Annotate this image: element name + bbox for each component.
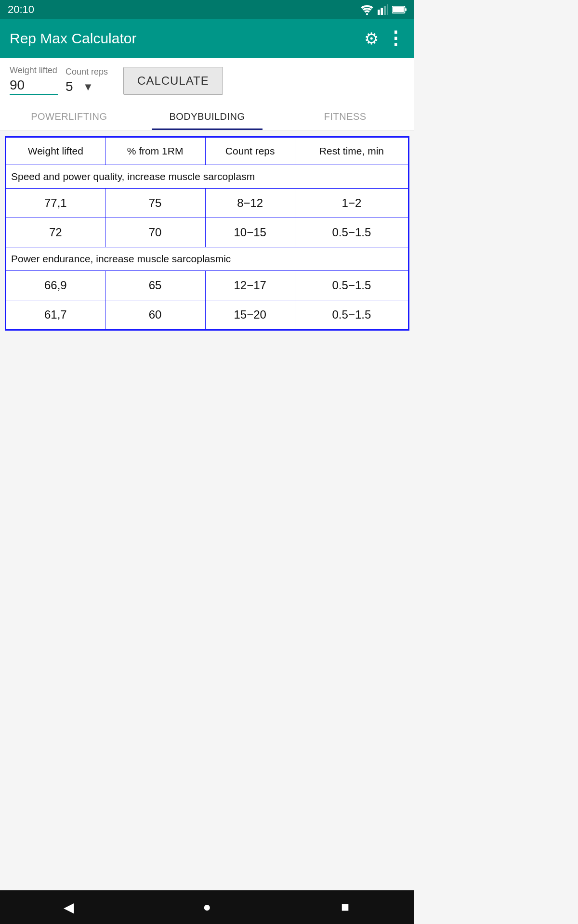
reps-select[interactable]: 1234 5678 9101215 [66, 79, 81, 95]
svg-rect-3 [384, 6, 386, 15]
cell-reps: 12−17 [205, 271, 295, 300]
section-row-1: Speed and power quality, increase muscle… [6, 165, 408, 189]
results-table-container: Weight lifted % from 1RM Count reps Rest… [5, 136, 409, 331]
battery-icon [392, 5, 407, 14]
nav-bar: ◀ ● ■ [0, 890, 414, 924]
wifi-icon [360, 4, 374, 15]
reps-label: Count reps [66, 67, 108, 77]
input-area: Weight lifted Count reps 1234 5678 91012… [0, 58, 414, 101]
status-icons [360, 4, 407, 15]
cell-rest: 0.5−1.5 [295, 218, 408, 247]
weight-group: Weight lifted [10, 65, 58, 95]
tab-fitness[interactable]: FITNESS [276, 101, 414, 130]
tab-bodybuilding[interactable]: BODYBUILDING [138, 101, 276, 130]
cell-reps: 8−12 [205, 189, 295, 218]
cell-weight: 77,1 [6, 189, 105, 218]
app-bar: Rep Max Calculator ⚙ ⋮ [0, 19, 414, 58]
col-header-reps: Count reps [205, 138, 295, 165]
cell-rest: 1−2 [295, 189, 408, 218]
table-header-row: Weight lifted % from 1RM Count reps Rest… [6, 138, 408, 165]
calculate-button[interactable]: CALCULATE [123, 67, 223, 95]
table-row: 77,1 75 8−12 1−2 [6, 189, 408, 218]
cell-percent: 75 [105, 189, 205, 218]
status-bar: 20:10 [0, 0, 414, 19]
cell-percent: 70 [105, 218, 205, 247]
more-icon[interactable]: ⋮ [386, 28, 405, 49]
cell-weight: 66,9 [6, 271, 105, 300]
col-header-percent: % from 1RM [105, 138, 205, 165]
back-button[interactable]: ◀ [54, 893, 83, 922]
cell-weight: 61,7 [6, 300, 105, 330]
weight-label: Weight lifted [10, 65, 58, 76]
dropdown-arrow-icon: ▼ [83, 81, 93, 93]
app-bar-actions: ⚙ ⋮ [364, 28, 405, 49]
status-time: 20:10 [8, 3, 34, 16]
section-row-2: Power endurance, increase muscle sarcopl… [6, 247, 408, 271]
app-title: Rep Max Calculator [10, 30, 136, 47]
svg-rect-7 [393, 7, 404, 13]
weight-input[interactable] [10, 77, 58, 95]
cell-reps: 15−20 [205, 300, 295, 330]
svg-rect-2 [381, 8, 383, 15]
signal-icon [378, 4, 388, 15]
col-header-rest: Rest time, min [295, 138, 408, 165]
svg-rect-6 [405, 8, 407, 11]
tabs: POWERLIFTING BODYBUILDING FITNESS [0, 101, 414, 130]
section-title-1: Speed and power quality, increase muscle… [6, 165, 408, 189]
tab-powerlifting[interactable]: POWERLIFTING [0, 101, 138, 130]
settings-icon[interactable]: ⚙ [364, 29, 379, 48]
section-title-2: Power endurance, increase muscle sarcopl… [6, 247, 408, 271]
recents-button[interactable]: ■ [331, 893, 360, 922]
home-button[interactable]: ● [193, 893, 222, 922]
cell-weight: 72 [6, 218, 105, 247]
results-table: Weight lifted % from 1RM Count reps Rest… [6, 137, 408, 330]
reps-group: Count reps 1234 5678 9101215 ▼ [66, 67, 108, 95]
svg-rect-4 [387, 4, 388, 15]
svg-point-0 [366, 13, 368, 15]
table-row: 72 70 10−15 0.5−1.5 [6, 218, 408, 247]
cell-rest: 0.5−1.5 [295, 300, 408, 330]
cell-percent: 60 [105, 300, 205, 330]
svg-rect-1 [378, 10, 380, 15]
cell-rest: 0.5−1.5 [295, 271, 408, 300]
cell-percent: 65 [105, 271, 205, 300]
col-header-weight: Weight lifted [6, 138, 105, 165]
table-row: 61,7 60 15−20 0.5−1.5 [6, 300, 408, 330]
reps-container: 1234 5678 9101215 ▼ [66, 79, 108, 95]
table-row: 66,9 65 12−17 0.5−1.5 [6, 271, 408, 300]
cell-reps: 10−15 [205, 218, 295, 247]
